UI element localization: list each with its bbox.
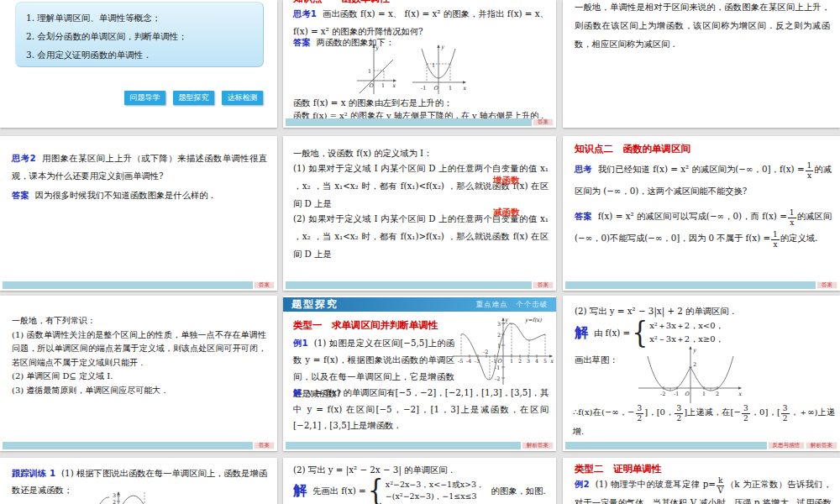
- footer-bar: [3, 442, 253, 449]
- blank-line: ．: [293, 246, 301, 264]
- analysis-answer-button[interactable]: 解析答案: [806, 442, 837, 449]
- tracking-practice-label: 跟踪训练 1: [12, 468, 55, 478]
- slide-definition-fill-blank: 一般地，设函数 f(x) 的定义域为 I： (1) 如果对于定义域 I 内某个区…: [283, 136, 556, 291]
- type1-title: 类型一 求单调区间并判断单调性: [293, 319, 438, 332]
- think1-question: 画出函数 f(x) = x、 f(x) = x² 的图象，并指出 f(x) = …: [293, 8, 549, 36]
- example1-label: 例1: [293, 338, 308, 348]
- conclusion-part2: ]，[0，: [644, 407, 674, 417]
- answer-label: 答案: [12, 190, 29, 200]
- slide-footer: 反思与感悟 解析答案: [565, 442, 837, 449]
- example2-label: 例2: [575, 479, 590, 489]
- analysis-answer-button[interactable]: 解析答案: [522, 442, 554, 449]
- origin-label: O: [369, 82, 374, 88]
- goal-item: 3. 会用定义证明函数的单调性 .: [26, 45, 253, 64]
- fraction-3-over-2: 32: [675, 405, 683, 423]
- tick-label: 3: [497, 321, 501, 327]
- tick-label: 2: [716, 391, 719, 396]
- tick-label: 2: [497, 332, 501, 338]
- fraction-1-over-x: 1x: [806, 162, 814, 180]
- origin-label: O: [433, 85, 438, 91]
- tick-label: 1: [497, 343, 501, 349]
- case-1: x²＋3x＋2，x<0，: [649, 319, 723, 333]
- axis-label-y: y: [440, 44, 445, 50]
- tick-label: 1: [702, 391, 706, 396]
- footer-bar: [565, 442, 767, 449]
- tick-label: -1: [421, 85, 426, 91]
- tick-label: -5: [458, 358, 463, 364]
- answer-part3: 的定义域.: [780, 233, 817, 243]
- piecewise-cases: x²＋3x＋2，x<0， x²－3x＋2，x≥0，: [649, 319, 723, 346]
- part2-question: (2) 写出 y = x² − 3|x| + 2 的单调区间 .: [575, 302, 832, 320]
- slide-footer: 答案: [286, 118, 554, 126]
- slide-tracking-practice1: 跟踪训练 1(1) 根据下图说出函数在每一单调区间上，函数是增函数还是减函数； …: [0, 458, 277, 504]
- solution-label: 解: [293, 482, 307, 500]
- graph-w-curve: y x O 2 -2 -1 1 2: [637, 344, 746, 405]
- slide-sorter-page: { "colors":{"accent_red":"#d40000","labe…: [0, 0, 840, 504]
- case-2: −(x²−2x−3)，−1≤x≤3: [386, 491, 485, 502]
- answer-button[interactable]: 答案: [254, 442, 275, 449]
- tick-label: -1: [491, 358, 496, 364]
- answer-label: 答案: [575, 211, 592, 221]
- tick-label: 3: [113, 492, 116, 498]
- banner-subtitle: 重点难点 个个击破: [476, 300, 549, 310]
- tick-label: 3: [527, 358, 530, 364]
- fraction-3-over-2: 32: [781, 405, 790, 423]
- blank-answer-increasing: 增函数: [493, 175, 520, 186]
- graph-example1-curve: y x O y=f(x) -5 -4 -3 -1 -2 1 2 3 4 5 3 …: [451, 312, 556, 388]
- type2-title: 类型二 证明单调性: [575, 463, 662, 475]
- reflection-button[interactable]: 反思与感悟: [768, 442, 806, 449]
- answer-button[interactable]: 答案: [254, 281, 275, 289]
- fraction-k-over-V: kV: [717, 477, 724, 495]
- axis-label-x: x: [392, 82, 396, 88]
- slide-monotonic-definition-text: 一般地，单调性是相对于区间来说的，函数图象在某区间上上升，则函数在该区间上为增函…: [563, 0, 840, 128]
- answer-part1: f(x) = x² 的减区间可以写成(−∞，0)，而 f(x) =: [598, 211, 787, 221]
- answer-label: 答案: [293, 37, 311, 47]
- slide-example1-part1: 题型探究 重点难点 个个击破 类型一 求单调区间并判断单调性 例1(1) 如图是…: [283, 296, 556, 451]
- tick-label: -2: [660, 391, 665, 396]
- solution-text: y = f(x) 的单调区间有[−5，−2]，[−2,1]，[1,3]，[3,5…: [293, 387, 549, 430]
- tick-label: -2: [495, 375, 500, 381]
- graph-identity-function: y O 1 1 x: [355, 42, 399, 96]
- common-sense-item3: (3) 遵循最简原则，单调区间应尽可能大 .: [12, 384, 266, 398]
- nav-button-wenti-daoxue[interactable]: 问题导学: [124, 91, 165, 105]
- section-banner: 题型探究 重点难点 个个击破: [283, 297, 556, 312]
- think-label: 思考: [575, 164, 592, 174]
- graph-practice-partial: 3 2: [97, 491, 149, 504]
- slide-learning-goals: 1. 理解单调区间、单调性等概念； 2. 会划分函数的单调区间，判断单调性； 3…: [0, 0, 277, 128]
- sketch-label: 画出草图：: [575, 351, 617, 369]
- think2-question: 用图象在某区间上上升（或下降）来描述函数单调性很直观，课本为什么还要用定义刻画单…: [12, 153, 267, 181]
- slide-common-sense: 一般地，有下列常识： (1) 函数单调性关注的是整个区间上的性质，单独一点不存在…: [0, 296, 277, 451]
- tick-label: 2: [693, 361, 696, 367]
- origin-label: O: [685, 391, 690, 396]
- answer-text: 因为很多时候我们不知道函数图象是什么样的 .: [35, 190, 213, 200]
- fraction-1-over-x: 1x: [771, 231, 780, 249]
- learning-goals-box: 1. 理解单调区间、单调性等概念； 2. 会划分函数的单调区间，判断单调性； 3…: [15, 2, 264, 67]
- brace: {: [632, 318, 648, 348]
- answer-button[interactable]: 答案: [533, 281, 554, 289]
- axis-label-x: x: [463, 85, 467, 91]
- fraction-3-over-2: 32: [742, 405, 750, 423]
- solution-label: 解: [575, 324, 588, 342]
- axis-label-x: x: [550, 358, 554, 364]
- tick-label: -1: [674, 391, 679, 396]
- axis-label-y: y: [504, 317, 509, 323]
- goal-item: 1. 理解单调区间、单调性等概念；: [26, 8, 253, 27]
- answer-button[interactable]: 答案: [533, 118, 554, 126]
- slide-type2-example2: 类型二 证明单调性 例2(1) 物理学中的玻意耳定律 p=kV（k 为正常数）告…: [563, 458, 840, 504]
- solution-label: 解: [293, 387, 302, 397]
- nav-button-tixing-tanjiu[interactable]: 题型探究: [173, 91, 214, 105]
- nav-button-dabiao-jiance[interactable]: 达标检测: [222, 91, 263, 105]
- footer-bar: [286, 281, 532, 289]
- think2-label: 思考2: [12, 153, 36, 163]
- axis-label-y: y: [692, 347, 697, 354]
- part2-question: (2) 写出 y = |x² − 2x − 3| 的单调区间 .: [293, 461, 549, 479]
- tick-label: 2: [113, 499, 116, 504]
- slide-footer: 答案: [3, 442, 275, 449]
- footer-bar: [3, 281, 253, 289]
- answer-button[interactable]: 答案: [816, 281, 837, 289]
- graph-square-function: y 1 -1 O 1 x: [411, 42, 470, 96]
- piecewise-cases: x²−2x−3，x<−1或x>3， −(x²−2x−3)，−1≤x≤3: [386, 479, 485, 502]
- slide-footer: 答案: [565, 281, 837, 289]
- footer-bar: [286, 118, 532, 126]
- conclusion-part4: ，0]，[: [751, 407, 780, 417]
